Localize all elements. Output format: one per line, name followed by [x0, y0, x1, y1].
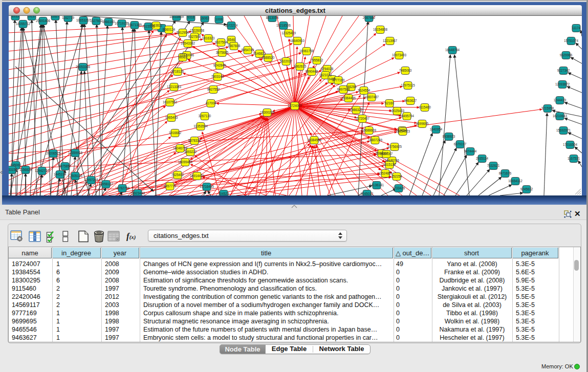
svg-text:8938923: 8938923 — [443, 135, 455, 138]
svg-text:7955812: 7955812 — [311, 58, 323, 62]
svg-text:7632621: 7632621 — [487, 164, 500, 167]
svg-text:16107552: 16107552 — [163, 100, 178, 104]
svg-text:2718126: 2718126 — [171, 70, 184, 73]
svg-text:8813054: 8813054 — [266, 16, 279, 19]
svg-text:10958187: 10958187 — [99, 182, 114, 186]
svg-text:3624554: 3624554 — [358, 89, 371, 92]
svg-text:9327504: 9327504 — [215, 40, 228, 44]
svg-text:16648784: 16648784 — [445, 48, 460, 52]
svg-text:3267130: 3267130 — [199, 114, 211, 118]
svg-text:11627: 11627 — [51, 16, 60, 18]
svg-text:3215958: 3215958 — [541, 106, 554, 110]
svg-text:9699695: 9699695 — [416, 122, 429, 125]
svg-text:8660124: 8660124 — [163, 28, 176, 31]
svg-text:10973493: 10973493 — [392, 53, 407, 57]
svg-text:8935: 8935 — [12, 16, 19, 18]
svg-text:17016504: 17016504 — [563, 143, 578, 146]
svg-text:8454749: 8454749 — [242, 48, 254, 52]
svg-text:8878334: 8878334 — [188, 139, 201, 142]
svg-text:98961: 98961 — [178, 55, 187, 59]
svg-text:3572274: 3572274 — [225, 24, 238, 27]
svg-text:7485063: 7485063 — [399, 69, 412, 72]
svg-text:2935114: 2935114 — [476, 157, 489, 160]
svg-text:20691406: 20691406 — [36, 19, 51, 23]
svg-text:8546: 8546 — [228, 38, 235, 41]
svg-text:18300295: 18300295 — [260, 111, 275, 114]
svg-text:16961758: 16961758 — [299, 49, 314, 53]
svg-text:1816323: 1816323 — [202, 36, 215, 40]
svg-text:16120746: 16120746 — [385, 159, 400, 162]
svg-text:20364436: 20364436 — [341, 96, 356, 100]
svg-text:9777169: 9777169 — [332, 78, 345, 82]
svg-text:1733426: 1733426 — [393, 186, 405, 190]
svg-text:15751074: 15751074 — [564, 39, 579, 42]
svg-text:1362615: 1362615 — [294, 64, 307, 68]
svg-text:12213383: 12213383 — [167, 85, 182, 89]
svg-text:1965493: 1965493 — [165, 116, 178, 119]
svg-text:15692971: 15692971 — [556, 128, 571, 132]
svg-text:11174: 11174 — [572, 26, 581, 30]
svg-text:8990448: 8990448 — [306, 70, 318, 73]
svg-text:15720407: 15720407 — [355, 117, 370, 120]
svg-text:9227342: 9227342 — [557, 69, 570, 72]
svg-text:16782759: 16782759 — [115, 186, 130, 190]
svg-text:13524851: 13524851 — [378, 171, 393, 175]
svg-text:14136141: 14136141 — [369, 183, 384, 187]
svg-text:104523: 104523 — [218, 192, 229, 195]
svg-text:9684067: 9684067 — [380, 152, 393, 156]
svg-text:29053346: 29053346 — [76, 65, 91, 69]
svg-text:17957265: 17957265 — [84, 178, 99, 182]
svg-text:15226058: 15226058 — [190, 29, 205, 32]
svg-text:62160: 62160 — [385, 101, 394, 105]
svg-text:1162719: 1162719 — [62, 16, 75, 19]
svg-text:9115460: 9115460 — [419, 105, 431, 109]
svg-text:933159: 933159 — [9, 168, 17, 171]
svg-text:9975857: 9975857 — [59, 164, 72, 168]
svg-text:10654112: 10654112 — [508, 179, 522, 183]
svg-text:7986322: 7986322 — [350, 108, 363, 112]
svg-text:14055712: 14055712 — [16, 22, 31, 26]
svg-text:16210643: 16210643 — [553, 114, 568, 118]
svg-text:9242848: 9242848 — [213, 63, 226, 67]
svg-text:16671385: 16671385 — [127, 23, 142, 27]
svg-text:9327508: 9327508 — [188, 35, 201, 38]
svg-text:6497568: 6497568 — [337, 87, 350, 91]
svg-text:19654923: 19654923 — [396, 129, 410, 133]
svg-text:417004: 417004 — [205, 101, 216, 105]
svg-text:18724007: 18724007 — [288, 104, 302, 107]
svg-text:1640954: 1640954 — [430, 127, 443, 131]
svg-text:11353594: 11353594 — [193, 124, 208, 128]
svg-text:7625402: 7625402 — [171, 173, 184, 177]
svg-text:12325419: 12325419 — [281, 31, 296, 35]
svg-text:16063: 16063 — [200, 16, 209, 20]
svg-text:18495794: 18495794 — [400, 114, 415, 118]
svg-text:8912954: 8912954 — [177, 31, 189, 34]
svg-text:18807249: 18807249 — [368, 138, 383, 142]
svg-text:10025433: 10025433 — [390, 109, 405, 113]
svg-text:10033809: 10033809 — [169, 16, 184, 18]
svg-text:16914479: 16914479 — [190, 174, 205, 178]
svg-text:20206575: 20206575 — [46, 151, 61, 155]
svg-text:6794028: 6794028 — [321, 67, 334, 71]
svg-text:2087682: 2087682 — [363, 16, 376, 19]
svg-text:1615132: 1615132 — [383, 163, 396, 166]
svg-text:9318: 9318 — [187, 16, 195, 19]
svg-text:252254: 252254 — [391, 174, 402, 178]
svg-text:10653267: 10653267 — [76, 18, 91, 22]
svg-text:1445194: 1445194 — [54, 172, 67, 176]
svg-text:19137: 19137 — [27, 16, 36, 18]
svg-text:6379197: 6379197 — [454, 142, 467, 146]
svg-text:5322037: 5322037 — [280, 59, 293, 63]
svg-text:1588520: 1588520 — [262, 56, 275, 59]
svg-text:10688609: 10688609 — [362, 128, 377, 132]
svg-text:9146821: 9146821 — [253, 52, 266, 55]
svg-text:7663822: 7663822 — [150, 24, 163, 27]
svg-text:19218506: 19218506 — [276, 24, 291, 27]
svg-text:6966160: 6966160 — [102, 20, 115, 24]
svg-text:9474444: 9474444 — [464, 149, 477, 153]
svg-text:9457771: 9457771 — [164, 184, 177, 188]
svg-text:2367608: 2367608 — [228, 44, 241, 48]
svg-text:7803144: 7803144 — [211, 75, 224, 78]
svg-text:1156829: 1156829 — [19, 168, 32, 171]
svg-text:16640910: 16640910 — [290, 39, 305, 42]
